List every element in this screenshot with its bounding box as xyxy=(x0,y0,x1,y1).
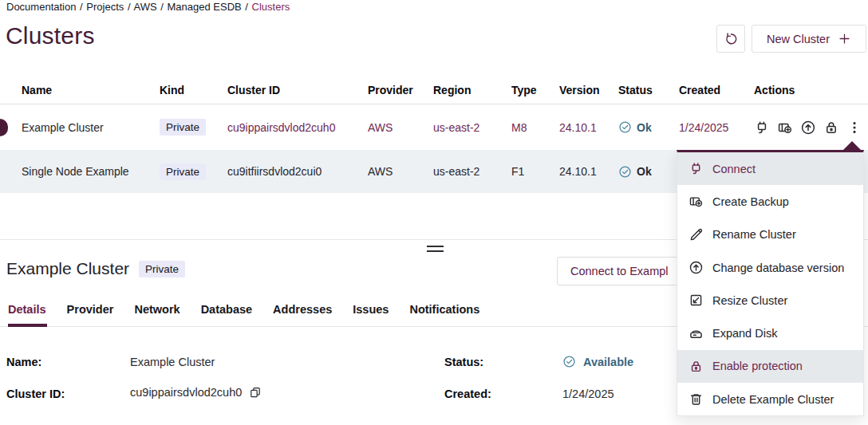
check-circle-icon xyxy=(618,165,632,179)
cluster-id-label: Cluster ID: xyxy=(6,388,65,400)
lock-icon[interactable] xyxy=(823,120,839,136)
active-tab-underline xyxy=(8,324,47,327)
cluster-id-value: cu9ippairsdvlod2cuh0 xyxy=(130,386,262,399)
menu-item-resize-cluster[interactable]: Resize Cluster xyxy=(677,284,863,317)
tab-issues[interactable]: Issues xyxy=(353,303,389,316)
tab-addresses[interactable]: Addresses xyxy=(273,303,332,316)
tab-notifications[interactable]: Notifications xyxy=(409,303,479,316)
cell-region: us-east-2 xyxy=(433,165,511,178)
clusters-page: Documentation / Projects / AWS / Managed… xyxy=(0,0,868,425)
col-version: Version xyxy=(559,84,618,96)
col-kind: Kind xyxy=(160,84,227,96)
arrow-up-circle-icon xyxy=(688,260,704,275)
breadcrumb-item[interactable]: Projects xyxy=(86,1,124,13)
col-cluster-id: Cluster ID xyxy=(227,84,368,96)
page-title: Clusters xyxy=(6,22,95,49)
menu-item-enable-protection[interactable]: Enable protection xyxy=(677,350,863,383)
table-row[interactable]: Example Cluster Private cu9ippairsdvlod2… xyxy=(0,104,868,150)
cell-cluster-id: cu9itfiirsdvlod2cui0 xyxy=(227,165,368,178)
menu-item-connect[interactable]: Connect xyxy=(677,152,863,185)
detail-title: Example Cluster xyxy=(6,259,129,278)
new-cluster-button[interactable]: New Cluster xyxy=(752,25,866,53)
backup-icon xyxy=(688,194,704,209)
cell-cluster-id: cu9ippairsdvlod2cuh0 xyxy=(227,121,368,134)
check-circle-icon xyxy=(562,355,576,368)
cell-name: Example Cluster xyxy=(22,121,160,134)
disk-icon xyxy=(688,326,704,341)
tab-provider[interactable]: Provider xyxy=(67,303,114,316)
copy-icon[interactable] xyxy=(249,386,262,399)
check-circle-icon xyxy=(618,120,632,134)
menu-item-create-backup[interactable]: Create Backup xyxy=(677,185,863,218)
tab-database[interactable]: Database xyxy=(201,303,252,316)
drag-handle[interactable] xyxy=(427,246,444,255)
created-value: 1/24/2025 xyxy=(562,388,614,400)
col-name: Name xyxy=(22,84,160,96)
new-cluster-label: New Cluster xyxy=(767,33,830,45)
cell-provider: AWS xyxy=(368,165,433,178)
kebab-icon[interactable] xyxy=(846,120,862,136)
cell-name: Single Node Example xyxy=(22,165,160,178)
col-actions: Actions xyxy=(744,84,868,96)
change-version-icon[interactable] xyxy=(800,120,816,136)
kind-badge: Private xyxy=(160,119,206,136)
tab-network[interactable]: Network xyxy=(134,303,180,316)
cell-region: us-east-2 xyxy=(433,121,511,134)
resize-icon xyxy=(688,293,704,308)
col-region: Region xyxy=(433,84,511,96)
menu-item-rename-cluster[interactable]: Rename Cluster xyxy=(677,218,863,251)
table-header-row: Name Kind Cluster ID Provider Region Typ… xyxy=(0,76,868,104)
breadcrumb-item[interactable]: AWS xyxy=(133,1,156,13)
name-label: Name: xyxy=(6,356,41,368)
breadcrumb-current: Clusters xyxy=(252,1,290,13)
breadcrumb-item[interactable]: Documentation xyxy=(6,1,76,13)
kind-badge: Private xyxy=(160,163,206,180)
col-provider: Provider xyxy=(368,84,433,96)
cell-version: 24.10.1 xyxy=(559,121,618,134)
col-type: Type xyxy=(511,84,559,96)
created-label: Created: xyxy=(444,388,491,400)
cell-type: F1 xyxy=(511,165,559,178)
lock-icon xyxy=(688,359,704,374)
plug-icon xyxy=(688,161,704,176)
tab-details[interactable]: Details xyxy=(8,303,46,316)
status-value: Available xyxy=(562,355,633,368)
name-value: Example Cluster xyxy=(130,356,215,368)
refresh-icon xyxy=(724,31,739,46)
cell-status: Ok xyxy=(618,120,679,134)
connect-icon[interactable] xyxy=(754,120,770,136)
detail-kind-badge: Private xyxy=(139,261,185,277)
cell-type: M8 xyxy=(511,121,559,134)
connect-to-cluster-button[interactable]: Connect to Exampl xyxy=(557,257,691,285)
breadcrumb-item[interactable]: Managed ESDB xyxy=(167,1,241,13)
plus-icon xyxy=(838,32,851,45)
cell-version: 24.10.1 xyxy=(559,165,618,178)
refresh-button[interactable] xyxy=(716,25,745,53)
col-created: Created xyxy=(679,84,744,96)
detail-heading: Example Cluster Private xyxy=(6,259,185,278)
cell-status: Ok xyxy=(618,165,679,179)
menu-item-expand-disk[interactable]: Expand Disk xyxy=(677,317,863,349)
pencil-icon xyxy=(688,227,704,242)
cell-created: 1/24/2025 xyxy=(679,121,744,134)
selected-row-marker xyxy=(0,119,8,136)
trash-icon xyxy=(688,392,704,407)
row-actions xyxy=(744,120,868,136)
row-actions-menu: Connect Create Backup Rename Cluster Cha… xyxy=(677,150,864,416)
menu-item-delete-cluster[interactable]: Delete Example Cluster xyxy=(677,383,863,415)
status-label: Status: xyxy=(444,356,483,368)
backup-icon[interactable] xyxy=(777,120,793,136)
menu-caret xyxy=(843,141,861,150)
breadcrumb: Documentation / Projects / AWS / Managed… xyxy=(6,1,290,13)
cell-provider: AWS xyxy=(368,121,433,134)
col-status: Status xyxy=(618,84,679,96)
menu-item-change-database-version[interactable]: Change database version xyxy=(677,251,863,284)
detail-tabs: Details Provider Network Database Addres… xyxy=(8,303,479,316)
